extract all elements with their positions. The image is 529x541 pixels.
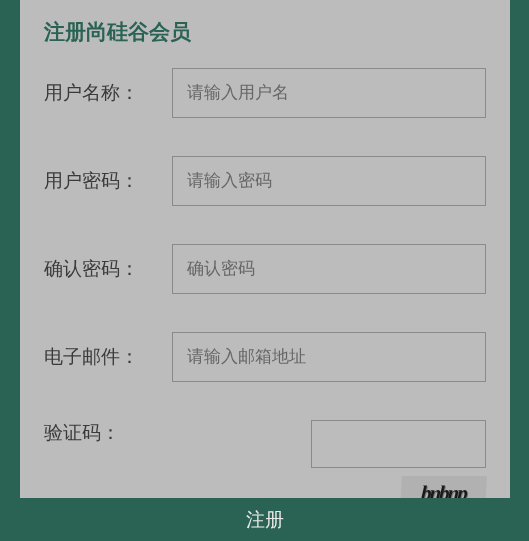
- form-title: 注册尚硅谷会员: [44, 18, 486, 46]
- password-input[interactable]: [172, 156, 486, 206]
- username-row: 用户名称：: [44, 68, 486, 118]
- email-input[interactable]: [172, 332, 486, 382]
- registration-form: 注册尚硅谷会员 用户名称： 用户密码： 确认密码： 电子邮件： 验证码： bnb…: [20, 0, 510, 498]
- captcha-row: 验证码： bnbnp: [44, 420, 486, 510]
- password-row: 用户密码：: [44, 156, 486, 206]
- email-label: 电子邮件：: [44, 344, 172, 370]
- captcha-wrapper: bnbnp: [172, 420, 486, 510]
- password-label: 用户密码：: [44, 168, 172, 194]
- confirm-password-input[interactable]: [172, 244, 486, 294]
- username-label: 用户名称：: [44, 80, 172, 106]
- captcha-input[interactable]: [311, 420, 486, 468]
- username-input[interactable]: [172, 68, 486, 118]
- submit-button[interactable]: 注册: [0, 498, 529, 541]
- confirm-password-row: 确认密码：: [44, 244, 486, 294]
- captcha-label: 验证码：: [44, 420, 172, 446]
- confirm-password-label: 确认密码：: [44, 256, 172, 282]
- email-row: 电子邮件：: [44, 332, 486, 382]
